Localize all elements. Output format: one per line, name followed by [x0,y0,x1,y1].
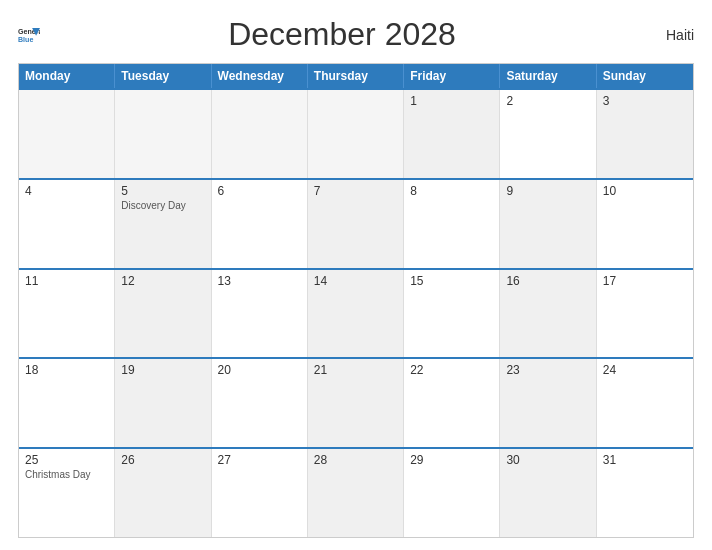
cell-w3-mon: 11 [19,270,115,358]
cell-w1-sun: 3 [597,90,693,178]
week-1: 1 2 3 [19,88,693,178]
cell-w3-thu: 14 [308,270,404,358]
cell-w5-wed: 27 [212,449,308,537]
cell-w3-sun: 17 [597,270,693,358]
calendar-grid: Monday Tuesday Wednesday Thursday Friday… [18,63,694,538]
calendar-page: General Blue December 2028 Haiti Monday … [0,0,712,550]
cell-w4-sat: 23 [500,359,596,447]
cell-w2-thu: 7 [308,180,404,268]
header-thursday: Thursday [308,64,404,88]
cell-w5-fri: 29 [404,449,500,537]
week-4: 18 19 20 21 22 23 24 [19,357,693,447]
cell-w5-tue: 26 [115,449,211,537]
cell-w4-thu: 21 [308,359,404,447]
cell-w4-tue: 19 [115,359,211,447]
cell-w1-fri: 1 [404,90,500,178]
cell-w2-tue: 5 Discovery Day [115,180,211,268]
cell-w2-sat: 9 [500,180,596,268]
cell-w1-wed [212,90,308,178]
logo: General Blue [18,26,40,44]
cell-w3-tue: 12 [115,270,211,358]
cell-w4-wed: 20 [212,359,308,447]
cell-w3-fri: 15 [404,270,500,358]
cell-w5-mon: 25 Christmas Day [19,449,115,537]
cell-w4-fri: 22 [404,359,500,447]
christmas-day-event: Christmas Day [25,469,108,480]
discovery-day-event: Discovery Day [121,200,204,211]
header-tuesday: Tuesday [115,64,211,88]
week-2: 4 5 Discovery Day 6 7 8 9 10 [19,178,693,268]
cell-w5-sat: 30 [500,449,596,537]
header-sunday: Sunday [597,64,693,88]
header-wednesday: Wednesday [212,64,308,88]
week-3: 11 12 13 14 15 16 17 [19,268,693,358]
cell-w5-thu: 28 [308,449,404,537]
svg-text:Blue: Blue [18,36,33,43]
cell-w4-sun: 24 [597,359,693,447]
country-label: Haiti [644,27,694,43]
week-5: 25 Christmas Day 26 27 28 29 30 31 [19,447,693,537]
page-title: December 2028 [40,16,644,53]
cell-w5-sun: 31 [597,449,693,537]
cell-w4-mon: 18 [19,359,115,447]
cell-w1-tue [115,90,211,178]
page-header: General Blue December 2028 Haiti [18,16,694,53]
cell-w1-mon [19,90,115,178]
calendar-body: 1 2 3 4 5 Discovery Day 6 7 8 9 10 11 [19,88,693,537]
header-saturday: Saturday [500,64,596,88]
cell-w3-wed: 13 [212,270,308,358]
cell-w3-sat: 16 [500,270,596,358]
cell-w2-mon: 4 [19,180,115,268]
header-friday: Friday [404,64,500,88]
cell-w1-sat: 2 [500,90,596,178]
cell-w2-sun: 10 [597,180,693,268]
cell-w2-fri: 8 [404,180,500,268]
header-monday: Monday [19,64,115,88]
cell-w1-thu [308,90,404,178]
logo-icon: General Blue [18,26,40,44]
cell-w2-wed: 6 [212,180,308,268]
calendar-header: Monday Tuesday Wednesday Thursday Friday… [19,64,693,88]
